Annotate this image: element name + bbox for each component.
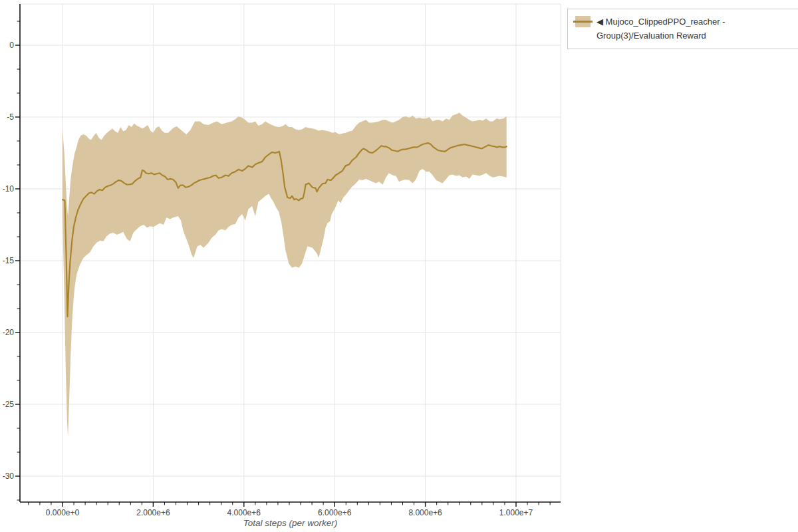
reward-chart-plot-area[interactable]: 0.000e+02.000e+64.000e+66.000e+68.000e+6… bbox=[0, 0, 798, 532]
y-tick-label: 0 bbox=[9, 41, 14, 50]
y-tick-label: -20 bbox=[3, 328, 15, 337]
y-tick-label: -10 bbox=[3, 184, 15, 194]
legend: ◀ Mujoco_ClippedPPO_reacher - Group(3)/E… bbox=[567, 9, 798, 49]
x-tick-label: 2.000e+6 bbox=[136, 508, 170, 517]
x-axis-title: Total steps (per worker) bbox=[20, 518, 561, 528]
x-tick-label: 8.000e+6 bbox=[408, 508, 442, 517]
line-swatch bbox=[573, 21, 593, 23]
y-tick-label: -25 bbox=[3, 400, 15, 409]
x-tick-label: 1.000e+7 bbox=[499, 508, 533, 517]
dashboard-root: 0.000e+02.000e+64.000e+66.000e+68.000e+6… bbox=[0, 0, 798, 532]
y-tick-label: -5 bbox=[7, 112, 14, 122]
y-tick-label: -30 bbox=[3, 471, 15, 481]
series-swatch-icon bbox=[573, 16, 593, 27]
legend-item-evaluation-reward[interactable]: ◀ Mujoco_ClippedPPO_reacher - Group(3)/E… bbox=[573, 15, 795, 43]
x-tick-label: 0.000e+0 bbox=[46, 508, 80, 517]
legend-label: ◀ Mujoco_ClippedPPO_reacher - Group(3)/E… bbox=[597, 15, 795, 43]
confidence-band bbox=[63, 113, 507, 438]
x-tick-label: 6.000e+6 bbox=[318, 508, 352, 517]
y-tick-label: -15 bbox=[3, 256, 15, 265]
x-tick-label: 4.000e+6 bbox=[227, 508, 261, 517]
